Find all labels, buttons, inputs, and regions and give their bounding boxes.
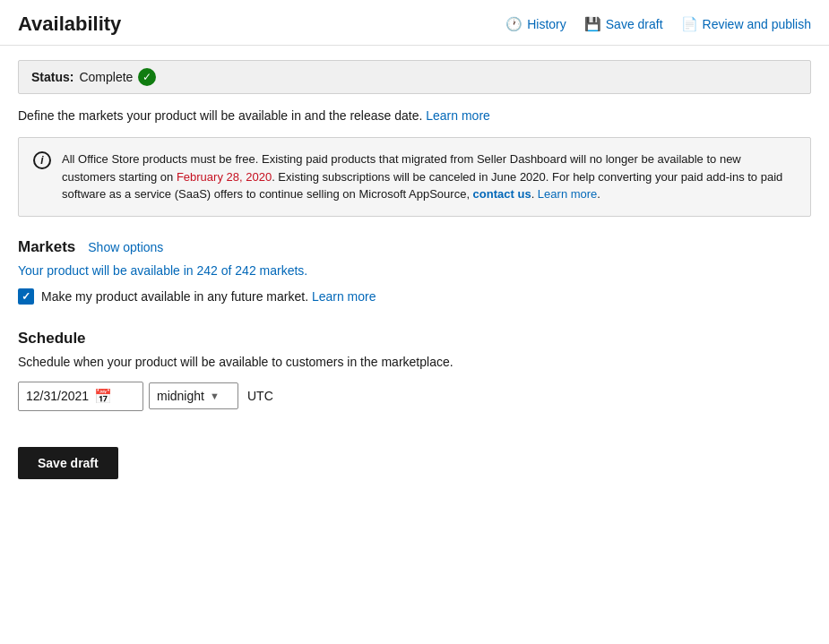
schedule-inputs: 12/31/2021 📅 midnight ▼ UTC	[18, 382, 811, 411]
save-draft-top-label: Save draft	[606, 17, 663, 31]
future-market-label: Make my product available in any future …	[41, 289, 376, 304]
status-complete-icon: ✓	[138, 68, 156, 86]
future-market-checkbox-row: Make my product available in any future …	[18, 288, 811, 305]
info-box-text: All Office Store products must be free. …	[62, 150, 796, 203]
schedule-section: Schedule Schedule when your product will…	[18, 330, 811, 411]
save-draft-button[interactable]: Save draft	[18, 447, 118, 479]
calendar-icon[interactable]: 📅	[94, 388, 112, 405]
save-draft-top-icon: 💾	[584, 16, 601, 32]
page-title: Availability	[18, 13, 121, 36]
history-link[interactable]: 🕐 History	[505, 16, 566, 32]
intro-text-main: Define the markets your product will be …	[18, 108, 422, 123]
status-label: Status:	[31, 70, 73, 84]
markets-section-header: Markets Show options	[18, 238, 811, 256]
markets-desc-suffix: .	[304, 263, 307, 278]
timezone-label: UTC	[247, 389, 273, 403]
time-select-wrapper[interactable]: midnight ▼	[149, 382, 238, 409]
markets-section-title: Markets	[18, 238, 75, 256]
history-icon: 🕐	[505, 16, 522, 32]
contact-us-link[interactable]: contact us	[473, 187, 531, 201]
future-market-checkbox[interactable]	[18, 288, 34, 305]
save-draft-top-link[interactable]: 💾 Save draft	[584, 16, 663, 32]
date-input-wrapper[interactable]: 12/31/2021 📅	[18, 382, 143, 411]
review-publish-icon: 📄	[681, 16, 698, 32]
future-market-label-text: Make my product available in any future …	[41, 289, 308, 304]
markets-count: 242 of 242 markets	[197, 263, 305, 278]
schedule-section-header: Schedule	[18, 330, 811, 348]
intro-learn-more-link[interactable]: Learn more	[426, 108, 490, 123]
markets-desc-prefix: Your product will be available in	[18, 263, 197, 278]
chevron-down-icon: ▼	[210, 391, 220, 401]
markets-description: Your product will be available in 242 of…	[18, 263, 811, 278]
main-content: Status: Complete ✓ Define the markets yo…	[0, 46, 829, 494]
info-date-red: February 28, 2020	[177, 170, 272, 184]
top-bar: Availability 🕐 History 💾 Save draft 📄 Re…	[0, 0, 829, 46]
review-publish-link[interactable]: 📄 Review and publish	[681, 16, 811, 32]
future-market-learn-more[interactable]: Learn more	[312, 289, 376, 304]
info-learn-more-link[interactable]: Learn more	[538, 187, 597, 201]
status-value: Complete	[79, 70, 133, 84]
schedule-description: Schedule when your product will be avail…	[18, 355, 811, 369]
schedule-section-title: Schedule	[18, 330, 86, 348]
history-label: History	[527, 17, 566, 31]
info-period: .	[597, 187, 600, 201]
review-publish-label: Review and publish	[703, 17, 811, 31]
status-bar: Status: Complete ✓	[18, 60, 811, 94]
info-icon: i	[33, 151, 51, 169]
intro-text: Define the markets your product will be …	[18, 108, 811, 123]
time-select-value: midnight	[157, 389, 204, 403]
top-actions: 🕐 History 💾 Save draft 📄 Review and publ…	[505, 16, 811, 32]
date-input-value: 12/31/2021	[26, 389, 89, 403]
show-options-link[interactable]: Show options	[88, 240, 163, 254]
info-separator: .	[531, 187, 538, 201]
info-box: i All Office Store products must be free…	[18, 137, 811, 217]
